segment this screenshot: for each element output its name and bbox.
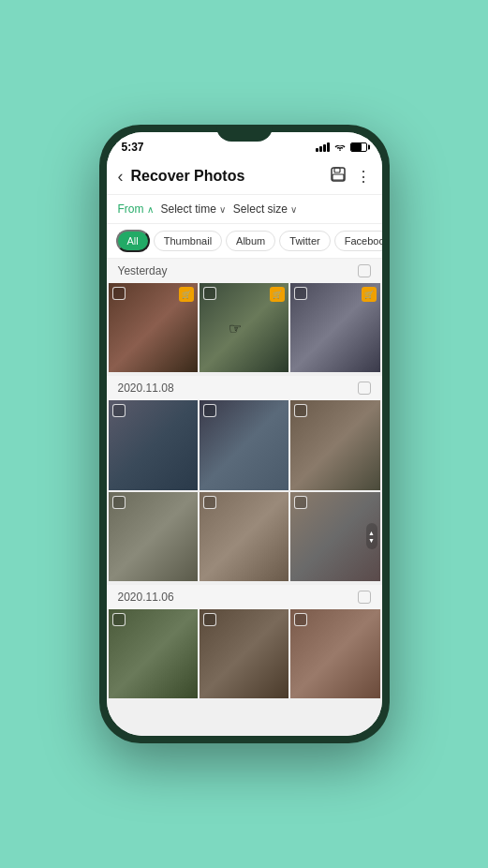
photo-cell[interactable] [109, 609, 198, 698]
scroll-down-icon: ▼ [368, 537, 375, 544]
photo-checkbox[interactable] [294, 496, 307, 509]
photo-cell[interactable] [109, 400, 198, 489]
phone-device: 5:37 [99, 125, 390, 743]
date-header-yesterday: Yesterday [107, 259, 382, 283]
battery-icon [350, 142, 367, 152]
section-checkbox-2020-11-08[interactable] [358, 382, 371, 395]
from-filter[interactable]: From ∧ [118, 202, 154, 216]
back-button[interactable]: ‹ [118, 167, 124, 187]
photo-checkbox[interactable] [203, 613, 216, 626]
from-label: From [118, 202, 144, 216]
photo-cell[interactable]: 🛒 [200, 283, 288, 372]
section-2020-11-08: 2020.11.08 [107, 376, 382, 583]
time-filter[interactable]: Select time ∨ [161, 202, 226, 216]
header-left: ‹ Recover Photos [118, 167, 245, 187]
photo-cell[interactable] [290, 400, 379, 489]
select-time-label: Select time [161, 202, 216, 216]
status-icons [316, 142, 367, 153]
cart-badge-icon: 🛒 [179, 287, 194, 302]
size-filter[interactable]: Select size ∨ [233, 202, 297, 216]
more-icon[interactable]: ⋮ [356, 168, 371, 186]
tab-twitter[interactable]: Twitter [279, 231, 330, 251]
tabs-bar: All Thumbnail Album Twitter Facebook [107, 224, 382, 259]
photo-grid-2020-11-06 [107, 609, 382, 700]
tab-facebook[interactable]: Facebook [334, 231, 382, 251]
photo-checkbox[interactable] [294, 287, 307, 300]
tab-album[interactable]: Album [226, 231, 275, 251]
photo-checkbox[interactable] [203, 287, 216, 300]
photo-checkbox[interactable] [294, 613, 307, 626]
save-icon[interactable] [330, 166, 347, 187]
photo-checkbox[interactable] [112, 613, 126, 626]
tab-all[interactable]: All [116, 230, 150, 252]
svg-rect-3 [333, 174, 344, 180]
app-header: ‹ Recover Photos ⋮ [107, 158, 382, 195]
date-header-2020-11-08: 2020.11.08 [107, 376, 382, 400]
photo-cell[interactable]: 🛒 [290, 283, 379, 372]
cart-badge-icon: 🛒 [362, 287, 377, 302]
photo-checkbox[interactable] [203, 404, 216, 417]
signal-icon [316, 142, 330, 152]
scroll-indicator: ▲ ▼ [366, 523, 377, 549]
from-chevron-up-icon: ∧ [147, 204, 154, 215]
photo-content: Yesterday 🛒 🛒 [107, 259, 382, 736]
cart-badge-icon: 🛒 [270, 287, 285, 302]
section-yesterday: Yesterday 🛒 🛒 [107, 259, 382, 374]
date-label-2020-11-06: 2020.11.06 [118, 591, 174, 604]
section-checkbox-yesterday[interactable] [358, 264, 371, 277]
filter-bar: From ∧ Select time ∨ Select size ∨ [107, 195, 382, 224]
date-label-2020-11-08: 2020.11.08 [118, 382, 174, 395]
photo-grid-2020-11-08: ▲ ▼ [107, 400, 382, 583]
photo-cell[interactable] [200, 492, 288, 581]
wifi-icon [333, 142, 347, 153]
date-label-yesterday: Yesterday [118, 264, 168, 277]
date-header-2020-11-06: 2020.11.06 [107, 585, 382, 609]
size-chevron-down-icon: ∨ [290, 204, 297, 215]
time-chevron-down-icon: ∨ [219, 204, 226, 215]
svg-point-0 [339, 149, 341, 151]
scroll-up-icon: ▲ [368, 530, 375, 536]
phone-notch [216, 125, 273, 142]
select-size-label: Select size [233, 202, 288, 216]
photo-checkbox[interactable] [294, 404, 307, 417]
photo-cell[interactable] [109, 492, 198, 581]
photo-cell[interactable] [200, 609, 288, 698]
photo-cell[interactable]: ▲ ▼ [290, 492, 379, 581]
header-actions: ⋮ [330, 166, 371, 187]
photo-cell[interactable]: 🛒 [109, 283, 198, 372]
phone-screen: 5:37 [107, 132, 382, 736]
photo-cell[interactable] [290, 609, 379, 698]
section-checkbox-2020-11-06[interactable] [358, 591, 371, 604]
photo-checkbox[interactable] [112, 496, 126, 509]
page-title: Recover Photos [131, 168, 245, 185]
photo-cell[interactable] [200, 400, 288, 489]
status-time: 5:37 [122, 141, 144, 154]
photo-checkbox[interactable] [112, 287, 126, 300]
photo-checkbox[interactable] [112, 404, 126, 417]
photo-grid-yesterday: 🛒 🛒 🛒 [107, 283, 382, 374]
section-2020-11-06: 2020.11.06 [107, 585, 382, 700]
tab-thumbnail[interactable]: Thumbnail [154, 231, 222, 251]
photo-checkbox[interactable] [203, 496, 216, 509]
